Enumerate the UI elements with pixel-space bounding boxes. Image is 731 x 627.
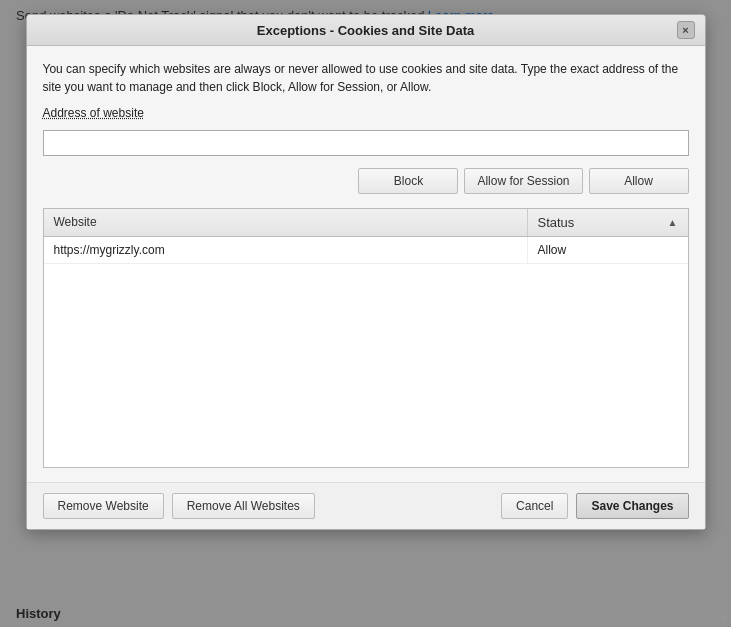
resize-handle-icon[interactable]: ⠿ (720, 614, 727, 625)
close-button[interactable]: × (677, 21, 695, 39)
save-changes-button[interactable]: Save Changes (576, 493, 688, 519)
table-row[interactable]: https://mygrizzly.com Allow (44, 237, 688, 264)
address-input[interactable] (43, 130, 689, 156)
bottom-right-buttons: Cancel Save Changes (501, 493, 688, 519)
col-status-header: Status ▲ (528, 209, 688, 236)
cell-status: Allow (528, 237, 688, 263)
description-text: You can specify which websites are alway… (43, 60, 689, 96)
dialog-body: You can specify which websites are alway… (27, 46, 705, 482)
modal-overlay: Exceptions - Cookies and Site Data × You… (0, 0, 731, 627)
allow-button[interactable]: Allow (589, 168, 689, 194)
cancel-button[interactable]: Cancel (501, 493, 568, 519)
address-label: Address of website (43, 106, 689, 120)
remove-all-websites-button[interactable]: Remove All Websites (172, 493, 315, 519)
action-buttons: Block Allow for Session Allow (43, 168, 689, 194)
dialog-title: Exceptions - Cookies and Site Data (55, 23, 677, 38)
bottom-buttons-bar: Remove Website Remove All Websites Cance… (27, 482, 705, 529)
history-label: History (16, 606, 61, 627)
block-button[interactable]: Block (358, 168, 458, 194)
remove-website-button[interactable]: Remove Website (43, 493, 164, 519)
cell-website: https://mygrizzly.com (44, 237, 528, 263)
table-header: Website Status ▲ (44, 209, 688, 237)
bottom-left-buttons: Remove Website Remove All Websites (43, 493, 315, 519)
allow-for-session-button[interactable]: Allow for Session (464, 168, 582, 194)
dialog: Exceptions - Cookies and Site Data × You… (26, 14, 706, 530)
sort-arrow-icon: ▲ (668, 217, 678, 228)
col-website-header: Website (44, 209, 528, 236)
dialog-titlebar: Exceptions - Cookies and Site Data × (27, 15, 705, 46)
table-body: https://mygrizzly.com Allow (44, 237, 688, 457)
exceptions-table: Website Status ▲ https://mygrizzly.com A… (43, 208, 689, 468)
